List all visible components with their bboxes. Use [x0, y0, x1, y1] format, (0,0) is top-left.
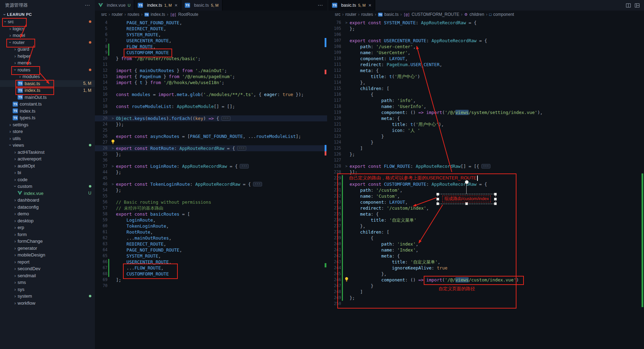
tree-item-router[interactable]: ›router [0, 39, 95, 46]
code-line-109[interactable]: 109 name: 'UserCenter', [328, 50, 644, 56]
tree-item-constant.ts[interactable]: TSconstant.ts [0, 101, 95, 108]
code-line-126[interactable]: 126}; [328, 151, 644, 157]
code-line-13[interactable]: 13import { PageEnum } from '/@/enums/pag… [95, 74, 327, 80]
code-line-11[interactable]: 11 [95, 62, 327, 68]
tree-item-guard[interactable]: ›guard [0, 46, 95, 53]
breadcrumb-item-RootRoute[interactable]: RootRoute [178, 12, 198, 17]
code-line-14[interactable]: 14import { t } from '/@/hooks/web/useI18… [95, 80, 327, 85]
tree-item-routes[interactable]: ›routes [0, 66, 95, 74]
tree-item-index.ts[interactable]: TSindex.ts [0, 108, 95, 115]
code-line-18[interactable]: 18const routeModuleList: AppRouteModule[… [95, 103, 327, 109]
tab-basic.ts[interactable]: TSbasic.ts5, M [181, 0, 222, 11]
close-tab-icon[interactable]: × [369, 2, 371, 8]
tree-item-activereport[interactable]: ›activereport [0, 156, 95, 163]
code-editor-basic-ts[interactable]: 76>export const SYSTEM_ROUTE: AppRouteRe… [328, 18, 644, 349]
code-line-6[interactable]: 6 SYSTEM_ROUTE, [95, 32, 327, 38]
tab-index.ts[interactable]: TSindex.ts1, M× [134, 0, 181, 11]
code-line-64[interactable]: 64 PAGE_NOT_FOUND_ROUTE, [95, 247, 327, 253]
code-line-62[interactable]: 62 ...mainOutRoutes, [95, 235, 327, 241]
tree-item-custom[interactable]: ›custom [0, 183, 95, 190]
code-line-247[interactable]: 247 } [328, 283, 644, 289]
code-line-59[interactable]: 59 LoginRoute, [95, 217, 327, 223]
tree-item-utils[interactable]: ›utils [0, 135, 95, 142]
tree-item-report[interactable]: ›report [0, 259, 95, 266]
code-line-16[interactable]: 16const modules = import.meta.glob('./mo… [95, 91, 327, 97]
tree-item-logics[interactable]: ›logics [0, 25, 95, 32]
tree-item-actHiTaskinst[interactable]: ›actHiTaskinst [0, 149, 95, 156]
code-line-5[interactable]: 5 REDIRECT_ROUTE, [95, 26, 327, 32]
code-line-250[interactable]: 250 [328, 301, 644, 307]
code-line-10[interactable]: 10} from '/@/router/routes/basic'; [95, 56, 327, 62]
tree-item-formChange[interactable]: ›formChange [0, 238, 95, 245]
code-line-37[interactable]: 37>export const LoginRoute: AppRouteReco… [95, 163, 327, 169]
code-line-124[interactable]: 124 } [328, 139, 644, 145]
code-line-61[interactable]: 61 RootRoute, [95, 229, 327, 235]
code-line-26[interactable]: 26export const asyncRoutes = [PAGE_NOT_F… [95, 133, 327, 139]
tree-item-index.ts[interactable]: TSindex.ts1, M [0, 87, 95, 94]
code-line-9[interactable]: 9 CUSTOMFORM_ROUTE [95, 50, 327, 56]
tree-item-sendmail[interactable]: ›sendmail [0, 272, 95, 279]
tree-item-modules[interactable]: ›modules [0, 73, 95, 80]
code-line-27[interactable]: 27 [95, 139, 327, 145]
tree-item-sys[interactable]: ›sys [0, 286, 95, 293]
tree-item-desktop[interactable]: ›desktop [0, 217, 95, 224]
fold-collapsed-icon[interactable]: > [110, 115, 115, 121]
tree-item-auditOpt[interactable]: ›auditOpt [0, 163, 95, 170]
code-line-57[interactable]: 57// 未经许可的基本路由 [95, 205, 327, 211]
breadcrumb-item-routes[interactable]: routes [361, 12, 373, 17]
code-line-55[interactable]: 55 [95, 193, 327, 199]
code-line-69[interactable]: 69]; [95, 277, 327, 283]
code-line-240[interactable]: 240 path: 'index', [328, 241, 644, 247]
code-line-54[interactable]: 54}; [95, 187, 327, 193]
code-line-232[interactable]: 232 name: 'Custom', [328, 193, 644, 199]
tree-item-mobileDesign[interactable]: ›mobileDesign [0, 252, 95, 259]
code-line-45[interactable]: 45 [95, 175, 327, 181]
code-line-122[interactable]: 122 icon: '人 ' [328, 127, 644, 133]
breadcrumb-item-index.ts[interactable]: index.ts [151, 12, 165, 17]
code-line-230[interactable]: 230export const CUSTOMFORM_ROUTE: AppRou… [328, 181, 644, 187]
code-line-241[interactable]: 241 name: 'Index', [328, 247, 644, 253]
fold-collapsed-icon[interactable]: > [344, 163, 349, 169]
fold-collapsed-icon[interactable]: > [110, 145, 115, 151]
toggle-layout-icon[interactable] [635, 3, 640, 8]
overview-ruler[interactable] [642, 0, 644, 349]
code-line-128[interactable]: 128>export const FLOW_ROUTE: AppRouteRec… [328, 163, 644, 169]
code-line-119[interactable]: 119 component: () => import('/@/views/sy… [328, 109, 644, 115]
breadcrumb-item-children[interactable]: children [469, 12, 484, 17]
code-line-246[interactable]: 246 component: () => import('/@/views/cu… [328, 277, 644, 283]
code-line-60[interactable]: 60 TokenLoginRoute, [95, 223, 327, 229]
fold-collapsed-icon[interactable]: > [344, 20, 349, 26]
code-line-228[interactable]: 228}]; [328, 169, 644, 175]
breadcrumb-item-src[interactable]: src [335, 12, 340, 17]
code-line-106[interactable]: 106 [328, 32, 644, 38]
code-line-108[interactable]: 108 path: '/user-center', [328, 44, 644, 50]
code-line-24[interactable]: 24}); [95, 121, 327, 127]
split-editor-icon[interactable] [626, 3, 631, 8]
code-line-107[interactable]: 107export const USERCENTER_ROUTE: AppRou… [328, 38, 644, 44]
tree-item-workflow[interactable]: ›workflow [0, 300, 95, 307]
code-line-239[interactable]: 239 { [328, 235, 644, 241]
tree-item-code[interactable]: ›code [0, 176, 95, 183]
code-line-248[interactable]: 248 ] [328, 289, 644, 295]
breadcrumb-item-router[interactable]: router [112, 12, 123, 17]
folded-code-ellipsis[interactable]: ··· [221, 116, 230, 121]
code-line-36[interactable]: 36 [95, 157, 327, 163]
code-line-236[interactable]: 236 title: '自定义菜单' [328, 217, 644, 223]
code-line-28[interactable]: 28>export const RootRoute: AppRouteRecor… [95, 145, 327, 151]
tree-item-store[interactable]: ›store [0, 128, 95, 135]
code-line-113[interactable]: 113 title: t('用户中心') [328, 74, 644, 80]
code-line-68[interactable]: 68 CUSTOMFORM_ROUTE [95, 271, 327, 277]
code-line-105[interactable]: 105}; [328, 26, 644, 32]
code-line-46[interactable]: 46>export const TokenLoginRoute: AppRout… [95, 181, 327, 187]
fold-collapsed-icon[interactable]: > [110, 163, 115, 169]
folded-code-ellipsis[interactable]: ··· [237, 146, 246, 151]
tree-item-secondDev[interactable]: ›secondDev [0, 265, 95, 272]
code-line-12[interactable]: 12import { mainOutRoutes } from './mainO… [95, 68, 327, 74]
tree-item-erp[interactable]: ›erp [0, 224, 95, 231]
code-line-76[interactable]: 76>export const SYSTEM_ROUTE: AppRouteRe… [328, 20, 644, 26]
code-line-19[interactable]: 19 [95, 109, 327, 115]
code-line-233[interactable]: 233 component: LAYOUT, [328, 199, 644, 205]
code-line-65[interactable]: 65 SYSTEM_ROUTE, [95, 253, 327, 259]
code-line-242[interactable]: 242 meta: { [328, 253, 644, 259]
tree-item-dataconfig[interactable]: ›dataconfig [0, 204, 95, 211]
